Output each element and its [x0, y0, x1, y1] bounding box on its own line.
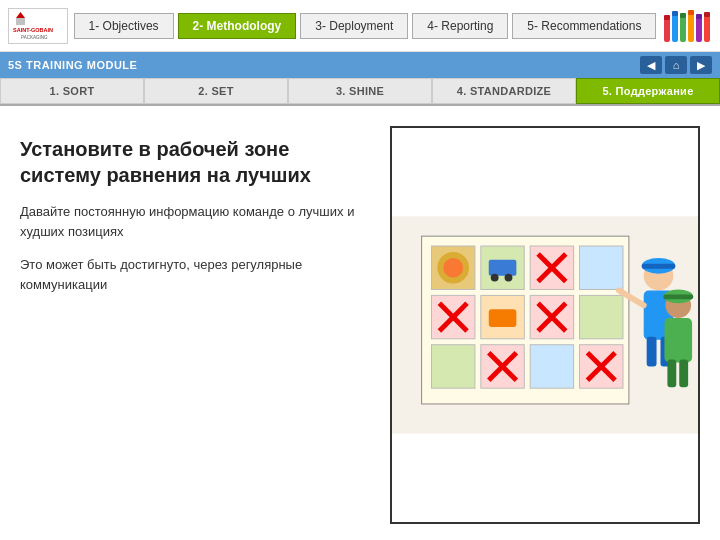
svg-rect-28: [580, 246, 623, 289]
training-bar-title: 5S TRAINING MODULE: [8, 59, 137, 71]
svg-rect-55: [663, 294, 693, 299]
svg-rect-6: [672, 14, 678, 42]
svg-rect-12: [696, 17, 702, 42]
next-arrow[interactable]: ▶: [690, 56, 712, 74]
svg-point-24: [505, 274, 513, 282]
svg-rect-22: [489, 260, 517, 276]
svg-rect-10: [688, 13, 694, 42]
paragraph-1: Давайте постоянную информацию команде о …: [20, 202, 370, 241]
tab-deployment[interactable]: 3- Deployment: [300, 13, 408, 39]
svg-rect-8: [680, 16, 686, 42]
svg-text:PACKAGING: PACKAGING: [21, 35, 48, 40]
svg-rect-58: [679, 360, 688, 388]
step-tabs: 1. SORT 2. SET 3. SHINE 4. STANDARDIZE 5…: [0, 78, 720, 106]
svg-rect-33: [489, 309, 517, 327]
training-bar: 5S TRAINING MODULE ◀ ⌂ ▶: [0, 52, 720, 78]
svg-rect-48: [642, 264, 676, 269]
svg-marker-0: [16, 12, 25, 18]
paragraph-2: Это может быть достигнуто, через регуляр…: [20, 255, 370, 294]
tab-recommendations[interactable]: 5- Recommendations: [512, 13, 656, 39]
svg-rect-11: [688, 10, 694, 15]
bottles-decoration: [662, 8, 712, 44]
step-maintenance[interactable]: 5. Поддержание: [576, 78, 720, 104]
tab-methodology[interactable]: 2- Methodology: [178, 13, 297, 39]
header: SAINT-GOBAIN PACKAGING 1- Objectives 2- …: [0, 0, 720, 52]
svg-point-23: [491, 274, 499, 282]
step-shine[interactable]: 3. SHINE: [288, 78, 432, 104]
svg-rect-13: [696, 14, 702, 19]
step-standardize[interactable]: 4. STANDARDIZE: [432, 78, 576, 104]
home-button[interactable]: ⌂: [665, 56, 687, 74]
svg-rect-51: [647, 337, 657, 367]
svg-point-20: [443, 258, 463, 278]
svg-text:SAINT-GOBAIN: SAINT-GOBAIN: [13, 27, 53, 33]
svg-rect-37: [580, 295, 623, 338]
navigation-arrows: ◀ ⌂ ▶: [640, 56, 712, 74]
text-section: Установите в рабочей зоне систему равнен…: [20, 126, 370, 524]
tab-reporting[interactable]: 4- Reporting: [412, 13, 508, 39]
logo-area: SAINT-GOBAIN PACKAGING: [8, 8, 68, 44]
company-logo: SAINT-GOBAIN PACKAGING: [8, 8, 68, 44]
prev-arrow[interactable]: ◀: [640, 56, 662, 74]
main-heading: Установите в рабочей зоне систему равнен…: [20, 136, 370, 188]
svg-marker-1: [16, 18, 25, 25]
svg-rect-38: [431, 345, 474, 388]
svg-rect-57: [667, 360, 676, 388]
svg-rect-9: [680, 13, 686, 18]
tab-objectives[interactable]: 1- Objectives: [74, 13, 174, 39]
svg-rect-14: [704, 15, 710, 42]
nav-tabs: 1- Objectives 2- Methodology 3- Deployme…: [68, 13, 662, 39]
svg-rect-15: [704, 12, 710, 17]
svg-rect-4: [664, 18, 670, 42]
svg-rect-42: [530, 345, 573, 388]
step-set[interactable]: 2. SET: [144, 78, 288, 104]
step-sort[interactable]: 1. SORT: [0, 78, 144, 104]
illustration: [390, 126, 700, 524]
svg-rect-56: [664, 318, 692, 362]
main-content: Установите в рабочей зоне систему равнен…: [0, 106, 720, 534]
svg-rect-5: [664, 15, 670, 20]
svg-rect-7: [672, 11, 678, 16]
